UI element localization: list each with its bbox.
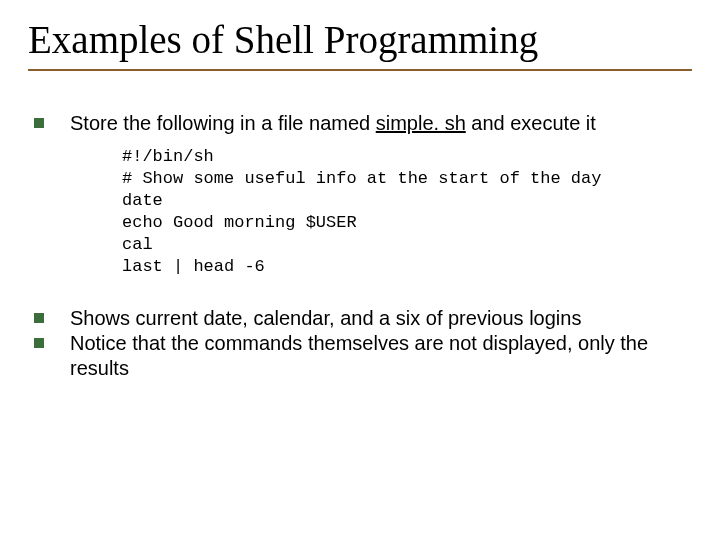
code-line: # Show some useful info at the start of … xyxy=(122,169,601,188)
square-bullet-icon xyxy=(34,118,44,128)
bullet-text: Shows current date, calendar, and a six … xyxy=(70,306,692,331)
bullet-text-underlined: simple. sh xyxy=(376,112,466,134)
slide-title: Examples of Shell Programming xyxy=(28,18,692,65)
code-line: #!/bin/sh xyxy=(122,147,214,166)
bullet-item: Shows current date, calendar, and a six … xyxy=(28,306,692,331)
bullet-text: Notice that the commands themselves are … xyxy=(70,331,692,381)
code-line: date xyxy=(122,191,163,210)
code-block: #!/bin/sh # Show some useful info at the… xyxy=(122,146,692,279)
square-bullet-icon xyxy=(34,313,44,323)
bullet-text: Store the following in a file named simp… xyxy=(70,111,692,136)
title-underline xyxy=(28,69,692,71)
bullet-item: Store the following in a file named simp… xyxy=(28,111,692,136)
slide-body: Store the following in a file named simp… xyxy=(28,111,692,382)
code-line: cal xyxy=(122,235,153,254)
code-line: echo Good morning $USER xyxy=(122,213,357,232)
slide: Examples of Shell Programming Store the … xyxy=(0,0,720,540)
square-bullet-icon xyxy=(34,338,44,348)
code-line: last | head -6 xyxy=(122,257,265,276)
bullet-item: Notice that the commands themselves are … xyxy=(28,331,692,381)
bullet-text-post: and execute it xyxy=(466,112,596,134)
bullet-text-pre: Store the following in a file named xyxy=(70,112,376,134)
